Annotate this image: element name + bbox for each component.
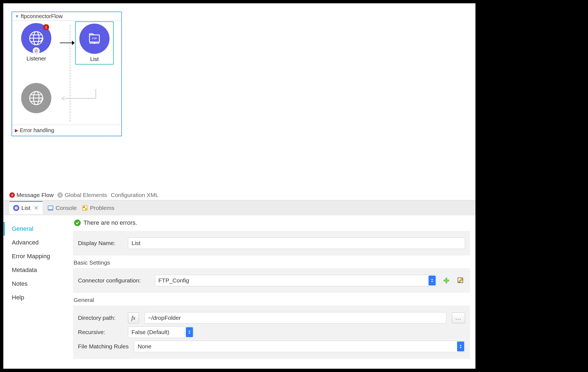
- svg-point-9: [94, 42, 95, 44]
- general-section: Directory path: fx ... Recursive: False …: [73, 306, 470, 359]
- expand-right-icon: ▶: [15, 128, 18, 133]
- recursive-select[interactable]: False (Default): [128, 326, 194, 338]
- display-name-label: Display Name:: [78, 240, 122, 246]
- status-message: There are no errors.: [83, 219, 137, 226]
- panel-tab-console-label: Console: [56, 205, 77, 211]
- general-title: General: [74, 297, 470, 303]
- error-dot-grey-icon: ✕: [57, 192, 63, 198]
- listener-label: Listener: [26, 55, 46, 62]
- properties-form: There are no errors. Display Name: Basic…: [72, 215, 475, 361]
- tab-global-elements-label: Global Elements: [65, 192, 107, 198]
- globe-icon: [28, 30, 44, 46]
- flow-canvas: ▼ ftpconnectorFlow !: [3, 3, 475, 190]
- svg-point-15: [15, 206, 18, 210]
- recursive-value: False (Default): [131, 329, 169, 335]
- edit-icon: [457, 277, 464, 284]
- directory-path-label: Directory path:: [78, 315, 122, 321]
- file-matching-value: None: [138, 343, 151, 350]
- sidenav-notes[interactable]: Notes: [4, 277, 72, 291]
- file-matching-label: File Matching Rules: [78, 343, 128, 350]
- flow-body: ! Listener FTP: [12, 21, 121, 125]
- sidenav-error-mapping[interactable]: Error Mapping: [4, 249, 72, 263]
- listener-circle: !: [21, 23, 51, 53]
- connector-config-select[interactable]: FTP_Config: [155, 275, 436, 286]
- tab-config-xml-label: Configuration XML: [111, 192, 158, 198]
- check-icon: [74, 220, 81, 226]
- flow-container[interactable]: ▼ ftpconnectorFlow !: [12, 12, 122, 136]
- flow-arrow: [60, 40, 75, 46]
- display-name-input[interactable]: [128, 237, 465, 249]
- return-connector: [60, 89, 104, 122]
- svg-rect-16: [48, 206, 53, 210]
- properties-panel: General Advanced Error Mapping Metadata …: [3, 215, 475, 361]
- bottom-panel: ✕ Message Flow ✕ Global Elements Configu…: [3, 190, 475, 369]
- response-circle: [21, 83, 51, 113]
- error-handling-label: Error handling: [20, 127, 54, 134]
- app-root: ▼ ftpconnectorFlow !: [3, 3, 475, 369]
- svg-text:FTP: FTP: [92, 37, 97, 40]
- flow-title: ftpconnectorFlow: [21, 13, 63, 20]
- error-handling-section[interactable]: ▶ Error handling: [12, 125, 121, 136]
- svg-point-19: [83, 206, 85, 208]
- panel-tab-problems[interactable]: Problems: [82, 205, 114, 211]
- flow-header[interactable]: ▼ ftpconnectorFlow: [12, 12, 121, 21]
- panel-tab-problems-label: Problems: [90, 205, 114, 211]
- list-label: List: [90, 56, 99, 62]
- panel-tab-list-label: List: [21, 205, 30, 211]
- panel-tab-list[interactable]: List ✕: [9, 201, 43, 214]
- error-dot-icon: ✕: [9, 192, 15, 198]
- edit-config-button[interactable]: [456, 276, 465, 285]
- panel-tab-console[interactable]: Console: [47, 205, 77, 211]
- file-matching-select[interactable]: None: [134, 341, 465, 352]
- expand-down-icon: ▼: [15, 14, 19, 19]
- tab-message-flow[interactable]: ✕ Message Flow: [9, 192, 54, 198]
- status-row: There are no errors.: [73, 219, 470, 226]
- properties-sidenav: General Advanced Error Mapping Metadata …: [3, 215, 72, 361]
- connector-config-value: FTP_Config: [158, 277, 189, 284]
- ftp-icon: FTP: [87, 31, 102, 46]
- basic-settings-section: Connector configuration: FTP_Config: [73, 268, 470, 293]
- recursive-label: Recursive:: [78, 329, 122, 335]
- console-icon: [47, 205, 54, 211]
- svg-rect-24: [444, 280, 449, 281]
- plus-icon: [443, 277, 450, 284]
- tab-message-flow-label: Message Flow: [16, 192, 54, 198]
- listener-node[interactable]: ! Listener: [17, 23, 55, 62]
- select-caret-icon: [429, 276, 436, 285]
- sidenav-help[interactable]: Help: [4, 291, 72, 304]
- problems-icon: [82, 205, 88, 211]
- exchange-badge-icon: [33, 47, 40, 54]
- select-caret-icon-2: [186, 327, 193, 337]
- sidenav-metadata[interactable]: Metadata: [4, 263, 72, 277]
- connector-config-label: Connector configuration:: [78, 277, 149, 284]
- basic-settings-title: Basic Settings: [74, 259, 470, 266]
- editor-view-tabs: ✕ Message Flow ✕ Global Elements Configu…: [3, 190, 475, 200]
- fx-button[interactable]: fx: [128, 312, 139, 323]
- display-name-section: Display Name:: [73, 231, 470, 256]
- close-icon[interactable]: ✕: [34, 205, 39, 211]
- browse-button[interactable]: ...: [452, 312, 465, 323]
- list-node[interactable]: FTP List: [75, 21, 114, 65]
- tab-global-elements[interactable]: ✕ Global Elements: [57, 192, 107, 198]
- response-node[interactable]: [17, 83, 55, 113]
- globe-grey-icon: [28, 90, 44, 106]
- panel-tabstrip: List ✕ Console Problems: [3, 200, 475, 215]
- error-badge-icon: !: [43, 24, 49, 30]
- mule-icon: [13, 205, 19, 211]
- svg-rect-20: [85, 208, 87, 210]
- sidenav-general[interactable]: General: [4, 222, 72, 236]
- directory-path-input[interactable]: [144, 312, 446, 324]
- tab-config-xml[interactable]: Configuration XML: [111, 192, 158, 198]
- sidenav-advanced[interactable]: Advanced: [4, 236, 72, 249]
- select-caret-icon-3: [457, 342, 464, 351]
- list-circle: FTP: [79, 24, 110, 54]
- add-config-button[interactable]: [442, 276, 451, 285]
